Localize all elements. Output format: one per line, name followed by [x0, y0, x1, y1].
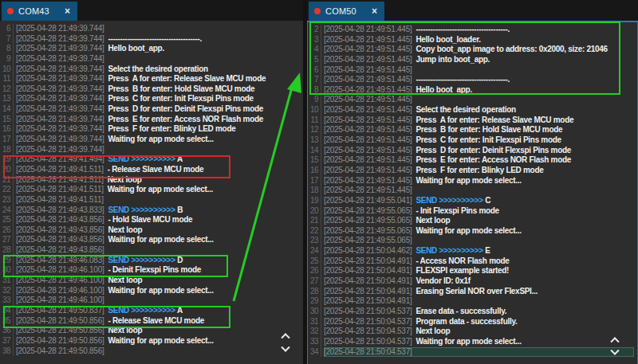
log-line[interactable]: 13[2025-04-28 21:49:39.744]Press C for e… [0, 94, 303, 104]
close-icon[interactable]: × [63, 6, 72, 16]
timestamp: [2025-04-28 21:49:43.856] [16, 235, 104, 244]
log-line[interactable]: 19[2025-04-28 21:49:55.041]SEND >>>>>>>>… [308, 196, 637, 206]
log-line[interactable]: 7[2025-04-28 21:49:51.445]--------------… [308, 75, 637, 85]
log-line[interactable]: 28[2025-04-28 21:49:43.856] [0, 245, 303, 256]
log-line[interactable]: 36[2025-04-28 21:49:50.856]Next loop [0, 326, 303, 336]
scroll-up-button[interactable] [608, 334, 622, 345]
log-line[interactable]: 32[2025-04-28 21:49:46.100]Waiting for a… [0, 286, 303, 296]
tab-com50[interactable]: COM50 × [309, 2, 384, 21]
log-line[interactable]: 29[2025-04-28 21:50:04.491] [308, 296, 637, 307]
scroll-down-button[interactable] [278, 344, 293, 355]
close-icon[interactable]: × [370, 6, 379, 16]
log-line[interactable]: 24[2025-04-28 21:49:43.833]SEND >>>>>>>>… [0, 205, 303, 216]
log-line[interactable]: 31[2025-04-28 21:50:04.537]Program data … [308, 317, 637, 327]
timestamp: [2025-04-28 21:49:41.511] [16, 195, 104, 204]
log-line[interactable]: 33[2025-04-28 21:50:04.537]Waiting for a… [308, 337, 637, 347]
timestamp: [2025-04-28 21:49:50.837] [16, 306, 104, 315]
log-line[interactable]: 10[2025-04-28 21:49:39.744]Select the de… [0, 65, 303, 75]
log-line[interactable]: 22[2025-04-28 21:49:55.065]Waiting for a… [308, 226, 637, 237]
timestamp: [2025-04-28 21:49:51.445] [324, 75, 412, 84]
log-line[interactable]: 30[2025-04-28 21:50:04.537]Erase data - … [308, 307, 637, 317]
log-line[interactable]: 16[2025-04-28 21:49:39.744]Press F for e… [0, 124, 303, 135]
tab-com43[interactable]: COM43 × [2, 2, 77, 21]
log-line[interactable]: 17[2025-04-28 21:49:51.445]Waiting for a… [308, 176, 637, 186]
log-line[interactable]: 8[2025-04-28 21:49:39.744]Hello boot_app… [0, 44, 303, 54]
log-line[interactable]: 32[2025-04-28 21:50:04.537]Next loop [308, 327, 637, 337]
timestamp: [2025-04-28 21:49:51.445] [324, 25, 412, 33]
log-line[interactable]: 31[2025-04-28 21:49:46.100]Next loop [0, 276, 303, 286]
log-line[interactable]: 19[2025-04-28 21:49:41.494]SEND >>>>>>>>… [0, 155, 303, 165]
log-line[interactable]: 15[2025-04-28 21:49:39.744]Press E for e… [0, 115, 303, 125]
log-line[interactable]: 34[2025-04-28 21:49:50.837]SEND >>>>>>>>… [0, 306, 303, 316]
log-line[interactable]: 30[2025-04-28 21:49:46.100]- Deinit Flex… [0, 265, 303, 276]
log-line[interactable]: 25[2025-04-28 21:49:43.856]- Hold Slave … [0, 215, 303, 225]
log-line[interactable]: 6[2025-04-28 21:49:39.744] [0, 24, 303, 34]
log-line-content: [2025-04-28 21:49:51.445]Hello boot_app. [324, 85, 634, 96]
line-number: 15 [308, 155, 321, 166]
log-line[interactable]: 3[2025-04-28 21:49:51.445]Hello boot_loa… [308, 35, 637, 45]
log-line[interactable]: 13[2025-04-28 21:49:51.445]Press C for e… [308, 135, 637, 146]
log-line[interactable]: 12[2025-04-28 21:49:39.744]Press B for e… [0, 84, 303, 95]
log-line-content: [2025-04-28 21:49:39.744]Press A for ent… [16, 74, 300, 84]
log-line[interactable]: 6[2025-04-28 21:49:51.445] [308, 65, 637, 76]
log-line[interactable]: 11[2025-04-28 21:49:51.445]Press A for e… [308, 115, 637, 126]
log-body-left[interactable]: 6[2025-04-28 21:49:39.744]7[2025-04-28 2… [0, 21, 303, 364]
line-number: 25 [0, 215, 14, 225]
log-line[interactable]: 20[2025-04-28 21:49:55.065]- Init Flexsp… [308, 206, 637, 217]
timestamp: [2025-04-28 21:49:51.445] [324, 176, 412, 185]
send-argument: A [175, 306, 183, 315]
timestamp: [2025-04-28 21:49:51.445] [324, 85, 412, 94]
log-line[interactable]: 23[2025-04-28 21:49:41.511] [0, 195, 303, 205]
log-line[interactable]: 7[2025-04-28 21:49:39.744]--------------… [0, 34, 303, 45]
log-line[interactable]: 34[2025-04-28 21:50:04.537] [308, 347, 637, 358]
log-line[interactable]: 18[2025-04-28 21:49:39.744] [0, 145, 303, 155]
log-message: Waiting for app mode select... [108, 235, 213, 244]
log-line[interactable]: 9[2025-04-28 21:49:39.744] [0, 54, 303, 65]
log-line[interactable]: 11[2025-04-28 21:49:39.744]Press A for e… [0, 74, 303, 84]
recording-dot-icon [7, 8, 14, 14]
line-number: 24 [0, 205, 14, 216]
log-line[interactable]: 2[2025-04-28 21:49:51.445]--------------… [308, 25, 637, 35]
log-line[interactable]: 14[2025-04-28 21:49:51.445]Press D for e… [308, 146, 637, 156]
log-line-content: [2025-04-28 21:49:39.744]Press B for ent… [16, 84, 300, 95]
log-line[interactable]: 25[2025-04-28 21:50:04.491]- Access NOR … [308, 256, 637, 267]
log-line[interactable]: 9[2025-04-28 21:49:51.445] [308, 95, 637, 105]
log-line[interactable]: 8[2025-04-28 21:49:51.445]Hello boot_app… [308, 85, 637, 96]
log-line[interactable]: 23[2025-04-28 21:49:55.065] [308, 236, 637, 246]
log-line[interactable]: 15[2025-04-28 21:49:51.445]Press E for e… [308, 155, 637, 166]
log-line[interactable]: 18[2025-04-28 21:49:51.445] [308, 186, 637, 196]
log-line-content: [2025-04-28 21:49:55.065]- Init Flexspi … [324, 206, 634, 217]
log-line[interactable]: 4[2025-04-28 21:49:51.445]Copy boot_app … [308, 45, 637, 55]
log-line[interactable]: 20[2025-04-28 21:49:41.511]- Release Sla… [0, 165, 303, 175]
scroll-up-button[interactable] [278, 330, 293, 341]
timestamp: [2025-04-28 21:49:39.744] [16, 54, 104, 63]
log-line[interactable]: 22[2025-04-28 21:49:41.511]Waiting for a… [0, 185, 303, 195]
log-line[interactable]: 38[2025-04-28 21:49:50.856] [0, 346, 303, 357]
scroll-down-button[interactable] [608, 347, 622, 358]
log-line[interactable]: 37[2025-04-28 21:49:50.856]Waiting for a… [0, 336, 303, 346]
log-line[interactable]: 33[2025-04-28 21:49:46.100] [0, 296, 303, 306]
log-line[interactable]: 28[2025-04-28 21:50:04.491]Erasing Seria… [308, 287, 637, 297]
log-line[interactable]: 10[2025-04-28 21:49:51.445]Select the de… [308, 105, 637, 115]
log-line[interactable]: 26[2025-04-28 21:49:43.856]Next loop [0, 225, 303, 236]
log-line[interactable]: 5[2025-04-28 21:49:51.445]Jump into boot… [308, 55, 637, 65]
line-number: 32 [0, 286, 14, 296]
log-line[interactable]: 12[2025-04-28 21:49:51.445]Press B for e… [308, 125, 637, 135]
log-line[interactable]: 27[2025-04-28 21:50:04.491]Vendor ID: 0x… [308, 276, 637, 287]
log-line[interactable]: 24[2025-04-28 21:50:04.462]SEND >>>>>>>>… [308, 246, 637, 256]
log-line[interactable]: 14[2025-04-28 21:49:39.744]Press D for e… [0, 104, 303, 115]
log-line[interactable]: 27[2025-04-28 21:49:43.856]Waiting for a… [0, 235, 303, 245]
log-line[interactable]: 29[2025-04-28 21:49:46.083]SEND >>>>>>>>… [0, 256, 303, 266]
log-line[interactable]: 35[2025-04-28 21:49:50.856]- Release Sla… [0, 316, 303, 327]
log-line[interactable]: 21[2025-04-28 21:49:55.065]Next loop [308, 216, 637, 226]
log-line[interactable]: 17[2025-04-28 21:49:39.744]Waiting for a… [0, 135, 303, 145]
log-line[interactable]: 16[2025-04-28 21:49:51.445]Press F for e… [308, 166, 637, 176]
log-line-content: [2025-04-28 21:49:51.445] [324, 95, 634, 105]
log-body-right[interactable]: 2[2025-04-28 21:49:51.445]--------------… [307, 21, 638, 364]
log-line[interactable]: 26[2025-04-28 21:50:04.491]FLEXSPI examp… [308, 266, 637, 276]
log-line-content: [2025-04-28 21:49:46.100]Next loop [16, 276, 300, 286]
timestamp: [2025-04-28 21:49:39.744] [16, 135, 104, 143]
log-line[interactable]: 21[2025-04-28 21:49:41.511]Next loop [0, 175, 303, 186]
log-line-content: [2025-04-28 21:49:51.445]Press D for ent… [324, 146, 634, 156]
timestamp: [2025-04-28 21:50:04.537] [324, 327, 412, 335]
